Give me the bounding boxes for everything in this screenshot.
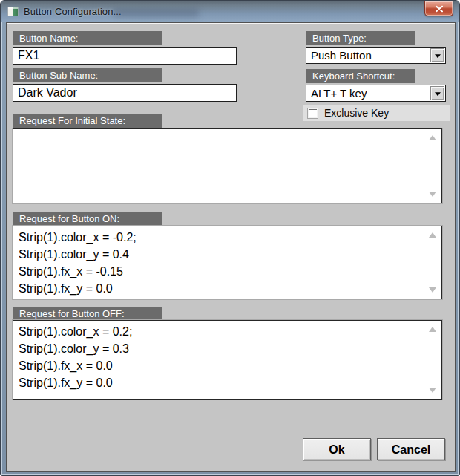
- titlebar-glass-artifact: [114, 9, 199, 17]
- close-button[interactable]: [424, 1, 453, 16]
- chevron-down-icon: [435, 54, 441, 58]
- initial-state-label: Request For Initial State:: [13, 114, 162, 128]
- keyboard-shortcut-dropdown-button[interactable]: [430, 86, 444, 100]
- exclusive-key-checkbox[interactable]: [308, 108, 318, 118]
- chevron-down-icon: [435, 92, 441, 96]
- scroll-down-icon[interactable]: [429, 388, 436, 393]
- scroll-up-icon[interactable]: [429, 232, 436, 238]
- cancel-button[interactable]: Cancel: [377, 438, 445, 460]
- keyboard-shortcut-value: ALT+ T key: [311, 86, 367, 101]
- button-sub-name-input[interactable]: Dark Vador: [13, 84, 237, 102]
- button-type-value: Push Button: [311, 48, 372, 63]
- button-on-text: Strip(1).color_x = -0.2; Strip(1).color_…: [13, 226, 427, 299]
- button-type-dropdown-button[interactable]: [430, 48, 444, 62]
- initial-state-text: [13, 129, 427, 203]
- exclusive-key-label: Exclusive Key: [324, 107, 389, 119]
- exclusive-key-row: Exclusive Key: [303, 105, 450, 121]
- ok-button[interactable]: Ok: [303, 438, 371, 460]
- button-configuration-dialog: Button Configuration... Button Name: FX1…: [0, 0, 460, 476]
- dialog-body: Button Name: FX1 Button Sub Name: Dark V…: [6, 22, 456, 472]
- button-off-label: Request for Button OFF:: [13, 307, 162, 321]
- button-off-textarea[interactable]: Strip(1).color_x = 0.2; Strip(1).color_y…: [13, 320, 442, 400]
- app-icon: [7, 7, 19, 16]
- scroll-up-icon[interactable]: [429, 327, 436, 332]
- button-type-label: Button Type:: [306, 31, 415, 45]
- button-name-label: Button Name:: [13, 31, 162, 45]
- window-title: Button Configuration...: [24, 6, 122, 17]
- initial-state-textarea[interactable]: [13, 128, 442, 203]
- keyboard-shortcut-label: Keyboard Shortcut:: [306, 69, 415, 83]
- button-on-label: Request for Button ON:: [13, 212, 162, 226]
- keyboard-shortcut-select[interactable]: ALT+ T key: [306, 85, 446, 102]
- scroll-down-icon[interactable]: [429, 192, 436, 197]
- scroll-up-icon[interactable]: [429, 135, 436, 140]
- scroll-down-icon[interactable]: [429, 287, 436, 293]
- button-name-input[interactable]: FX1: [13, 47, 237, 65]
- button-on-textarea[interactable]: Strip(1).color_x = -0.2; Strip(1).color_…: [13, 226, 442, 299]
- titlebar[interactable]: Button Configuration...: [1, 1, 459, 22]
- button-type-select[interactable]: Push Button: [306, 47, 446, 64]
- button-sub-name-label: Button Sub Name:: [13, 68, 162, 82]
- button-off-text: Strip(1).color_x = 0.2; Strip(1).color_y…: [13, 321, 427, 399]
